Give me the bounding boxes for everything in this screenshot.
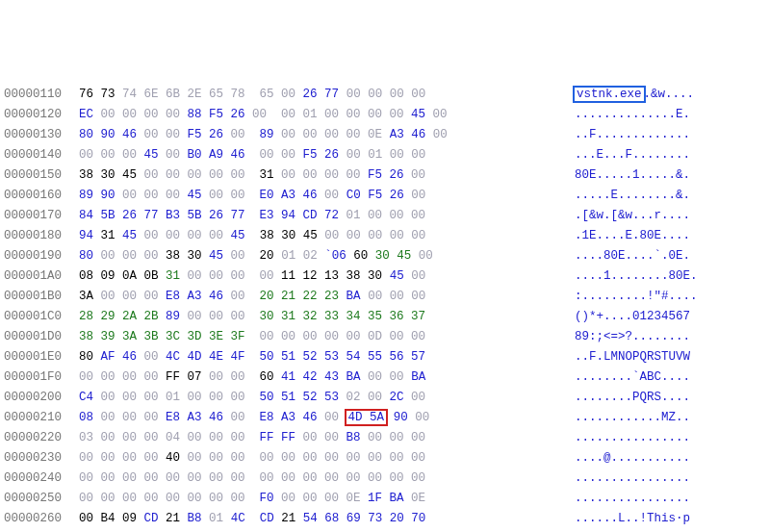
hex-row: 0000025000 00 00 00 00 00 00 00 F0 00 00…: [4, 489, 766, 509]
offset: 00000250: [4, 489, 79, 509]
ascii: ................: [560, 428, 690, 448]
hex-row: 00000200C4 00 00 00 01 00 00 00 50 51 52…: [4, 388, 766, 408]
hex-view: 0000011076 73 74 6E 6B 2E 65 78 65 00 26…: [4, 85, 766, 532]
hex-bytes: 00 B4 09 CD 21 B8 01 4C CD 21 54 68 69 7…: [79, 509, 560, 529]
ascii: vstnk.exe.&w....: [560, 85, 694, 105]
offset: 00000210: [4, 408, 79, 428]
hex-bytes: 00 00 00 00 40 00 00 00 00 00 00 00 00 0…: [79, 448, 560, 469]
offset: 000001D0: [4, 327, 79, 347]
hex-bytes: 00 00 00 00 00 00 00 00 F0 00 00 00 0E 1…: [79, 489, 560, 509]
hex-bytes: 38 30 45 00 00 00 00 00 31 00 00 00 00 F…: [79, 165, 560, 186]
hex-row: 000001F000 00 00 00 FF 07 00 00 60 41 42…: [4, 367, 766, 388]
offset: 00000200: [4, 388, 79, 408]
offset: 00000110: [4, 85, 79, 105]
ascii: .....E........&.: [560, 186, 690, 206]
offset: 000001F0: [4, 367, 79, 388]
offset: 00000220: [4, 428, 79, 448]
ascii: ..F.............: [560, 125, 690, 145]
ascii: 89:;<=>?........: [560, 327, 690, 347]
hex-bytes: C4 00 00 00 01 00 00 00 50 51 52 53 02 0…: [79, 388, 560, 408]
hex-row: 000001C028 29 2A 2B 89 00 00 00 30 31 32…: [4, 307, 766, 327]
hex-row: 000001A008 09 0A 0B 31 00 00 00 00 11 12…: [4, 266, 766, 287]
hex-bytes: 80 90 46 00 00 F5 26 00 89 00 00 00 00 0…: [79, 125, 560, 145]
hex-bytes: 76 73 74 6E 6B 2E 65 78 65 00 26 77 00 0…: [79, 85, 560, 105]
hex-row: 000001D038 39 3A 3B 3C 3D 3E 3F 00 00 00…: [4, 327, 766, 347]
offset: 00000230: [4, 448, 79, 469]
ascii: ()*+....01234567: [560, 307, 690, 327]
hex-bytes: 00 00 00 45 00 B0 A9 46 00 00 F5 26 00 0…: [79, 145, 560, 165]
hex-row: 0000024000 00 00 00 00 00 00 00 00 00 00…: [4, 469, 766, 489]
hex-row: 00000120EC 00 00 00 00 88 F5 26 00 00 01…: [4, 105, 766, 125]
ascii: :.........!"#....: [560, 287, 698, 307]
offset: 00000160: [4, 186, 79, 206]
hex-row: 0000026000 B4 09 CD 21 B8 01 4C CD 21 54…: [4, 509, 766, 529]
hex-bytes: 94 31 45 00 00 00 00 45 38 30 45 00 00 0…: [79, 226, 560, 246]
hex-bytes: 80 AF 46 00 4C 4D 4E 4F 50 51 52 53 54 5…: [79, 347, 560, 367]
hex-bytes: 00 00 00 00 00 00 00 00 00 00 00 00 00 0…: [79, 469, 560, 489]
offset: 00000150: [4, 165, 79, 186]
hex-row: 000001B03A 00 00 00 E8 A3 46 00 20 21 22…: [4, 287, 766, 307]
offset: 000001A0: [4, 266, 79, 287]
hex-row: 0000015038 30 45 00 00 00 00 00 31 00 00…: [4, 165, 766, 186]
offset: 00000260: [4, 509, 79, 529]
hex-bytes: 08 00 00 00 E8 A3 46 00 E8 A3 46 00 4D 5…: [79, 408, 560, 428]
hex-row: 0000011076 73 74 6E 6B 2E 65 78 65 00 26…: [4, 85, 766, 105]
ascii: ........PQRS....: [560, 388, 690, 408]
offset: 00000190: [4, 246, 79, 266]
hex-row: 0000019080 00 00 00 38 30 45 00 20 01 02…: [4, 246, 766, 266]
hex-bytes: EC 00 00 00 00 88 F5 26 00 00 01 00 00 0…: [79, 105, 560, 125]
ascii: ................: [560, 469, 690, 489]
offset: 000001E0: [4, 347, 79, 367]
hex-row: 0000014000 00 00 45 00 B0 A9 46 00 00 F5…: [4, 145, 766, 165]
ascii: .1E....E.80E....: [560, 226, 690, 246]
ascii: ....1........80E.: [560, 266, 698, 287]
hex-row: 0000018094 31 45 00 00 00 00 45 38 30 45…: [4, 226, 766, 246]
hex-row: 0000021008 00 00 00 E8 A3 46 00 E8 A3 46…: [4, 408, 766, 428]
offset: 00000170: [4, 206, 79, 226]
ascii: ........`ABC....: [560, 367, 690, 388]
hex-row: 0000023000 00 00 00 40 00 00 00 00 00 00…: [4, 448, 766, 469]
hex-bytes: 38 39 3A 3B 3C 3D 3E 3F 00 00 00 00 00 0…: [79, 327, 560, 347]
ascii: ..............E.: [560, 105, 690, 125]
ascii: ..F.LMNOPQRSTUVW: [560, 347, 690, 367]
hex-bytes: 08 09 0A 0B 31 00 00 00 00 11 12 13 38 3…: [79, 266, 560, 287]
hex-bytes: 03 00 00 00 04 00 00 00 FF FF 00 00 B8 0…: [79, 428, 560, 448]
hex-row: 0000017084 5B 26 77 B3 5B 26 77 E3 94 CD…: [4, 206, 766, 226]
offset: 000001B0: [4, 287, 79, 307]
hex-row: 0000016089 90 00 00 00 45 00 00 E0 A3 46…: [4, 186, 766, 206]
hex-bytes: 28 29 2A 2B 89 00 00 00 30 31 32 33 34 3…: [79, 307, 560, 327]
offset: 00000120: [4, 105, 79, 125]
hex-row: 0000022003 00 00 00 04 00 00 00 FF FF 00…: [4, 428, 766, 448]
offset: 00000240: [4, 469, 79, 489]
hex-row: 0000013080 90 46 00 00 F5 26 00 89 00 00…: [4, 125, 766, 145]
hex-bytes: 00 00 00 00 FF 07 00 00 60 41 42 43 BA 0…: [79, 367, 560, 388]
ascii: ...E...F........: [560, 145, 690, 165]
ascii: ............MZ..: [560, 408, 690, 428]
ascii: 80E.....1.....&.: [560, 165, 690, 186]
hex-row: 000001E080 AF 46 00 4C 4D 4E 4F 50 51 52…: [4, 347, 766, 367]
offset: 00000180: [4, 226, 79, 246]
offset: 00000130: [4, 125, 79, 145]
offset: 00000140: [4, 145, 79, 165]
hex-bytes: 3A 00 00 00 E8 A3 46 00 20 21 22 23 BA 0…: [79, 287, 560, 307]
hex-bytes: 89 90 00 00 00 45 00 00 E0 A3 46 00 C0 F…: [79, 186, 560, 206]
ascii: ....80E....`.0E.: [560, 246, 690, 266]
ascii: ................: [560, 489, 690, 509]
ascii: .[&w.[&w...r....: [560, 206, 690, 226]
ascii: ......L..!This·p: [560, 509, 690, 529]
offset: 000001C0: [4, 307, 79, 327]
hex-bytes: 84 5B 26 77 B3 5B 26 77 E3 94 CD 72 01 0…: [79, 206, 560, 226]
ascii: ....@...........: [560, 448, 690, 469]
hex-bytes: 80 00 00 00 38 30 45 00 20 01 02 `06 60 …: [79, 246, 560, 266]
